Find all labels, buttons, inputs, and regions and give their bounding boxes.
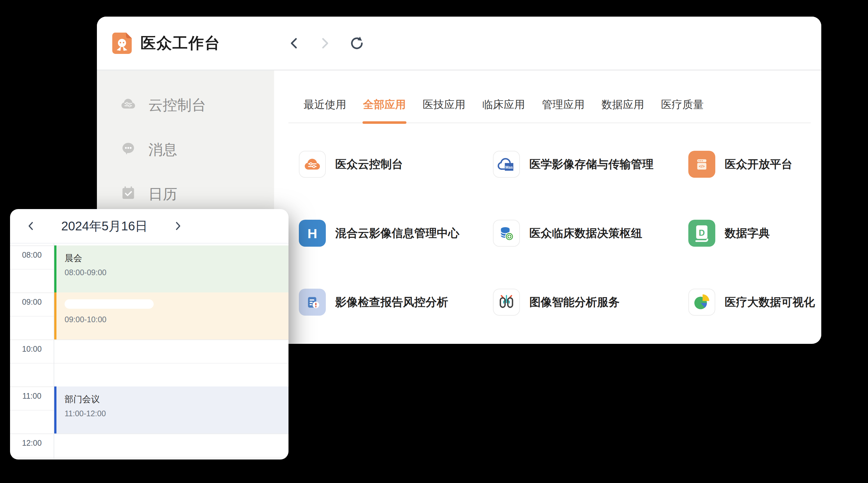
event-redacted[interactable]: 09:00-10:00 [54,292,288,340]
database-plus-icon [493,220,520,247]
cloud-mas-icon: Mas [493,151,520,178]
app-open-platform[interactable]: </> 医众开放平台 [688,151,821,178]
app-big-data-visualization[interactable]: 医疗大数据可视化 [688,289,821,316]
app-image-storage[interactable]: Mas 医学影像存储与传输管理 [493,151,688,178]
app-data-dictionary[interactable]: D 数据字典 [688,220,821,247]
svg-text:H: H [307,226,317,241]
event-morning-meeting[interactable]: 晨会 08:00-09:00 [54,246,288,292]
next-day-button[interactable] [174,220,183,232]
sidebar-item-label: 消息 [148,140,177,160]
calendar-panel: 2024年5月16日 08:00 09:00 10:00 11:00 12:00… [10,209,288,459]
tab-management[interactable]: 管理应用 [542,97,585,123]
forward-button[interactable] [319,36,331,50]
prev-day-button[interactable] [26,220,35,232]
app-image-ai-analysis[interactable]: 图像智能分析服务 [493,289,688,316]
event-title: 晨会 [65,252,288,264]
gridline-half [10,457,288,458]
tab-medtech[interactable]: 医技应用 [423,97,465,123]
time-label: 09:00 [10,297,54,307]
tab-recent[interactable]: 最近使用 [304,97,346,123]
event-title-redacted [65,299,154,309]
app-label: 数据字典 [725,226,770,241]
content-area: 最近使用 全部应用 医技应用 临床应用 管理应用 数据应用 医疗质量 [274,70,821,343]
sidebar-item-messages[interactable]: 消息 [97,128,274,172]
svg-text:Mas: Mas [505,165,513,169]
app-label: 图像智能分析服务 [529,295,620,310]
svg-text:</>: </> [699,164,705,169]
tab-clinical[interactable]: 临床应用 [482,97,525,123]
calendar-header: 2024年5月16日 [10,209,288,244]
time-label: 08:00 [10,251,54,260]
time-label: 11:00 [10,391,54,400]
cloud-settings-icon [299,151,326,178]
tab-bar: 最近使用 全部应用 医技应用 临床应用 管理应用 数据应用 医疗质量 [288,97,811,123]
nav-group [288,36,364,51]
app-label: 医众云控制台 [335,157,403,172]
sidebar-item-label: 日历 [148,185,177,204]
app-header: 医众工作台 [97,17,821,70]
chat-bubble-icon [120,140,136,160]
sidebar-item-cloud-console[interactable]: 云控制台 [97,83,274,128]
cloud-settings-icon [120,96,136,115]
event-time: 09:00-10:00 [65,315,288,324]
code-window-icon: </> [688,151,715,178]
pie-chart-icon [688,289,715,316]
app-label: 医众开放平台 [725,157,793,172]
app-label: 影像检查报告风控分析 [335,295,448,310]
gridline-hour [10,340,288,340]
app-clinical-data-hub[interactable]: 医众临床数据决策枢纽 [493,220,688,247]
app-grid: 医众云控制台 Mas 医学影像存储与传输管理 [299,151,821,316]
tab-quality[interactable]: 医疗质量 [661,97,704,123]
event-time: 11:00-12:00 [65,409,288,418]
report-alert-icon [299,289,326,316]
dictionary-book-icon: D [688,220,715,247]
tab-all-apps[interactable]: 全部应用 [363,97,406,123]
event-title: 部门会议 [65,393,288,405]
calendar-check-icon [120,185,136,204]
gridline-hour [10,433,288,434]
app-logo-icon [112,33,132,54]
sidebar-item-label: 云控制台 [148,96,206,115]
gridline-half [10,363,288,363]
app-label: 医众临床数据决策枢纽 [529,226,642,241]
app-title: 医众工作台 [141,33,220,54]
refresh-button[interactable] [349,36,364,51]
svg-text:D: D [699,228,705,237]
app-report-risk-analysis[interactable]: 影像检查报告风控分析 [299,289,493,316]
calendar-body: 08:00 09:00 10:00 11:00 12:00 晨会 08:00-0… [10,244,288,459]
time-label: 12:00 [10,439,54,448]
event-time: 08:00-09:00 [65,268,288,277]
app-label: 混合云影像信息管理中心 [335,226,459,241]
calendar-date: 2024年5月16日 [35,218,174,235]
tab-data[interactable]: 数据应用 [601,97,644,123]
letter-h-icon: H [299,220,326,247]
app-cloud-console[interactable]: 医众云控制台 [299,151,493,178]
event-department-meeting[interactable]: 部门会议 11:00-12:00 [54,386,288,433]
app-label: 医学影像存储与传输管理 [529,157,653,172]
time-label: 10:00 [10,345,54,354]
app-label: 医疗大数据可视化 [725,295,815,310]
app-hybrid-cloud-center[interactable]: H 混合云影像信息管理中心 [299,220,493,247]
back-button[interactable] [288,36,301,50]
lungs-icon [493,289,520,316]
